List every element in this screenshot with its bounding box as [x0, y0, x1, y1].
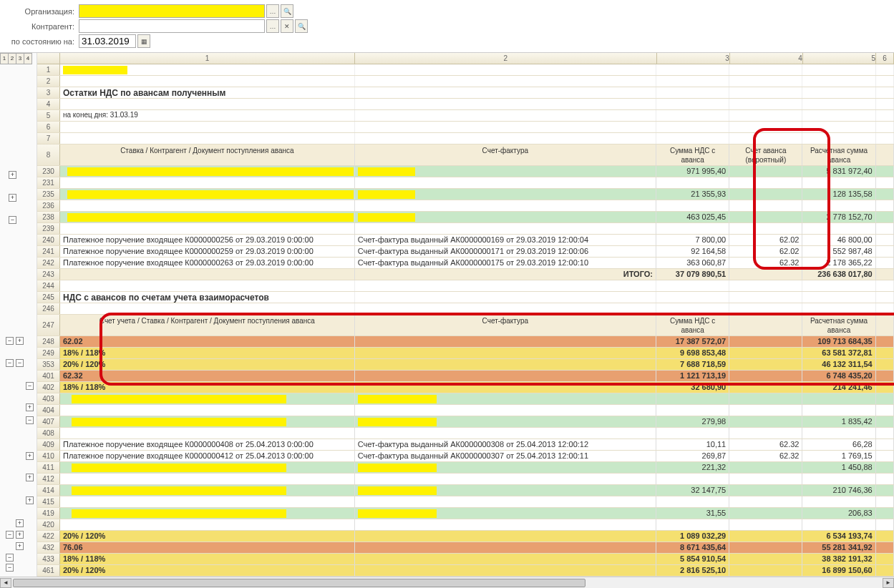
cell[interactable] — [876, 64, 894, 75]
cell[interactable] — [729, 133, 802, 144]
cell[interactable]: 46 132 311,54 — [802, 359, 875, 370]
row-number[interactable]: 408 — [37, 428, 60, 438]
cell[interactable]: Платежное поручение входящее К0000000408… — [60, 439, 355, 450]
table-row[interactable]: 7 — [37, 133, 894, 144]
cell[interactable] — [729, 122, 802, 132]
cell[interactable] — [60, 496, 355, 507]
row-number[interactable]: 411 — [37, 462, 60, 473]
row-number[interactable]: 247 — [37, 315, 60, 335]
row-number[interactable]: 1 — [37, 64, 60, 75]
cell[interactable]: 55 281 341,92 — [802, 542, 875, 553]
table-row[interactable]: 408 — [37, 428, 894, 439]
cell[interactable] — [876, 451, 894, 461]
cell[interactable]: 9 698 853,48 — [656, 348, 729, 358]
scroll-right-icon[interactable]: ► — [883, 578, 894, 583]
cell[interactable] — [729, 223, 802, 234]
cell[interactable] — [876, 87, 894, 98]
cell[interactable]: 32 147,75 — [656, 485, 729, 496]
cell[interactable] — [729, 292, 802, 303]
table-row[interactable]: 239 — [37, 223, 894, 235]
table-row[interactable]: 236 — [37, 200, 894, 212]
cell[interactable]: Счет-фактура выданный АК0000000175 от 29… — [355, 258, 656, 268]
cell[interactable] — [656, 474, 729, 484]
cell[interactable] — [355, 303, 656, 314]
table-row[interactable]: 23521 355,93128 135,58 — [37, 189, 894, 200]
cell[interactable] — [60, 166, 355, 177]
cell[interactable] — [729, 303, 802, 314]
collapse-icon[interactable]: − — [9, 216, 16, 224]
cell[interactable] — [876, 223, 894, 234]
table-row[interactable]: 42220% / 120%1 089 032,296 534 193,74 — [37, 531, 894, 542]
cell[interactable]: Остатки НДС по авансам полученным — [60, 87, 355, 98]
cell[interactable]: 214 241,46 — [802, 382, 875, 393]
expand-icon[interactable]: + — [26, 403, 34, 411]
cell[interactable] — [876, 428, 894, 438]
cell[interactable] — [355, 223, 656, 234]
table-row[interactable]: 43318% / 118%5 854 910,5438 382 191,32 — [37, 554, 894, 565]
cell[interactable] — [355, 87, 656, 98]
row-number[interactable]: 242 — [37, 258, 60, 268]
cell[interactable]: 62.32 — [729, 451, 802, 461]
table-row[interactable]: 245НДС с авансов по счетам учета взаимор… — [37, 292, 894, 303]
search-icon[interactable]: 🔍 — [295, 19, 308, 33]
table-row[interactable]: 6 — [37, 122, 894, 133]
cell[interactable]: Счет-фактура — [355, 144, 656, 165]
cell[interactable] — [656, 133, 729, 144]
col-header[interactable]: 4 — [730, 53, 803, 64]
row-number[interactable]: 6 — [37, 122, 60, 132]
cell[interactable]: 18% / 118% — [60, 348, 355, 358]
table-row[interactable]: 412 — [37, 474, 894, 485]
cell[interactable]: 236 638 017,80 — [802, 269, 875, 280]
collapse-icon[interactable]: − — [6, 337, 14, 345]
cell[interactable] — [876, 110, 894, 121]
cell[interactable] — [60, 508, 355, 519]
table-row[interactable]: 404 — [37, 405, 894, 416]
cell[interactable] — [60, 416, 355, 427]
cell[interactable] — [876, 565, 894, 576]
cell[interactable]: 363 060,87 — [656, 258, 729, 268]
cell[interactable] — [729, 371, 802, 381]
cell[interactable]: Счет-фактура выданный АК0000000171 от 29… — [355, 246, 656, 257]
expand-icon[interactable]: + — [26, 452, 34, 460]
cell[interactable] — [876, 99, 894, 109]
cell[interactable]: 2 178 365,22 — [802, 258, 875, 268]
cell[interactable]: Счет учета / Ставка / Контрагент / Докум… — [60, 315, 355, 335]
table-row[interactable]: 1 — [37, 64, 894, 76]
cell[interactable] — [876, 303, 894, 314]
cell[interactable] — [876, 258, 894, 268]
cell[interactable]: 62.02 — [729, 246, 802, 257]
cell[interactable] — [355, 405, 656, 416]
cell[interactable] — [876, 133, 894, 144]
cell[interactable] — [876, 292, 894, 303]
col-header[interactable]: 2 — [355, 53, 657, 64]
cell[interactable] — [60, 519, 355, 530]
cell[interactable] — [355, 496, 656, 507]
clear-icon[interactable]: ✕ — [281, 19, 293, 33]
cell[interactable]: 1 835,42 — [802, 416, 875, 427]
cell[interactable] — [355, 393, 656, 404]
cell[interactable] — [60, 189, 355, 200]
row-number[interactable]: 238 — [37, 212, 60, 222]
cell[interactable] — [802, 99, 875, 109]
cell[interactable] — [355, 189, 656, 200]
cell[interactable] — [729, 359, 802, 370]
cell[interactable] — [876, 269, 894, 280]
table-row[interactable]: 403 — [37, 393, 894, 405]
cell[interactable]: Расчетная сумма аванса — [802, 144, 875, 165]
cell[interactable] — [355, 462, 656, 473]
row-number[interactable]: 236 — [37, 200, 60, 211]
row-number[interactable]: 404 — [37, 405, 60, 416]
row-number[interactable]: 410 — [37, 451, 60, 461]
row-number[interactable]: 8 — [37, 144, 60, 165]
table-row[interactable]: 243ИТОГО:37 079 890,51236 638 017,80 — [37, 269, 894, 280]
cell[interactable] — [802, 292, 875, 303]
row-number[interactable]: 248 — [37, 336, 60, 347]
cell[interactable] — [60, 269, 355, 280]
cell[interactable]: Платежное поручение входящее К0000000263… — [60, 258, 355, 268]
cell[interactable] — [60, 177, 355, 188]
cell[interactable]: 463 025,45 — [656, 212, 729, 222]
expand-icon[interactable]: + — [26, 496, 34, 504]
collapse-icon[interactable]: − — [6, 531, 14, 539]
cell[interactable] — [802, 519, 875, 530]
cell[interactable] — [355, 485, 656, 496]
